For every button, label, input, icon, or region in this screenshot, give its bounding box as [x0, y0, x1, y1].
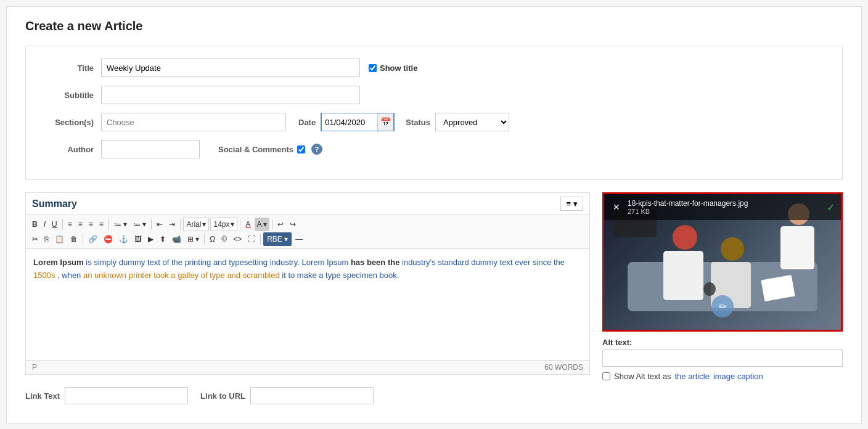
separator-7 — [83, 234, 83, 245]
date-input-wrapper: 📅 — [321, 113, 395, 131]
editor-tag: P — [32, 363, 37, 372]
title-label: Title — [38, 63, 94, 73]
unlink-button[interactable]: ⛔ — [101, 232, 115, 246]
underline-button[interactable]: U — [49, 218, 60, 231]
menu-chevron: ▾ — [573, 199, 578, 208]
title-row: Title Show title — [38, 59, 830, 77]
paste-button[interactable]: 📋 — [52, 232, 67, 246]
show-alt-text-1: Show Alt text as — [614, 372, 671, 381]
image-preview-wrapper: ✕ 18-kpis-that-matter-for-managers.jpg 2… — [602, 192, 843, 332]
show-alt-checkbox[interactable] — [602, 372, 610, 380]
ordered-list-button[interactable]: ≔ ▾ — [131, 218, 149, 231]
sections-input[interactable] — [101, 113, 286, 131]
indent-button[interactable]: ⇥ — [166, 218, 178, 231]
author-input[interactable] — [101, 140, 200, 158]
image-info-bar: ✕ 18-kpis-that-matter-for-managers.jpg 2… — [604, 194, 841, 220]
image-filename: 18-kpis-that-matter-for-managers.jpg — [628, 199, 748, 208]
social-comments-checkbox[interactable] — [297, 145, 305, 153]
redo-button[interactable]: ↪ — [287, 218, 298, 231]
separator-5 — [240, 219, 240, 230]
article-form: Title Show title Subtitle Section(s) Dat… — [25, 46, 843, 180]
content-blue-3: , when — [57, 271, 83, 280]
author-row: Author Social & Comments ? — [38, 140, 830, 158]
font-size-dropdown[interactable]: 14px ▾ — [210, 218, 237, 231]
show-title-group: Show title — [369, 63, 417, 73]
page-container: Create a new Article Title Show title Su… — [6, 6, 862, 423]
outdent-button[interactable]: ⇤ — [154, 218, 165, 231]
font-size-value: 14px — [213, 220, 229, 229]
link-row: Link Text Link to URL — [25, 387, 843, 404]
person-1-body — [663, 251, 703, 300]
font-family-dropdown[interactable]: Arial ▾ — [183, 218, 209, 231]
separator-6 — [272, 219, 272, 230]
copyright-button[interactable]: © — [219, 232, 229, 246]
content-orange-2: an unknown printer took a galley of type… — [83, 271, 280, 280]
unordered-list-button[interactable]: ≔ ▾ — [112, 218, 129, 231]
social-comments-label: Social & Comments — [218, 145, 293, 154]
summary-menu-button[interactable]: ≡ ▾ — [560, 197, 583, 211]
video-button[interactable]: 📹 — [170, 232, 184, 246]
image-close-button[interactable]: ✕ — [610, 201, 623, 213]
separator-3 — [151, 219, 152, 230]
align-justify-button[interactable]: ≡ — [97, 218, 106, 231]
link-url-group: Link to URL — [200, 387, 374, 404]
font-color-button[interactable]: A — [243, 218, 253, 231]
image-button[interactable]: 🖼 — [132, 232, 144, 246]
anchor-button[interactable]: ⚓ — [117, 232, 131, 246]
status-label: Status — [406, 118, 430, 127]
calendar-button[interactable]: 📅 — [377, 113, 393, 131]
link-text-input[interactable] — [65, 387, 188, 404]
social-comments-group: Social & Comments ? — [218, 144, 322, 155]
undo-button[interactable]: ↩ — [275, 218, 286, 231]
copy-button[interactable]: ⎘ — [42, 232, 51, 246]
content-bold-2: has been the — [351, 258, 399, 267]
link-url-input[interactable] — [250, 387, 374, 404]
italic-button[interactable]: I — [41, 218, 48, 231]
show-alt-link-1: the article — [675, 372, 710, 381]
align-center-button[interactable]: ≡ — [76, 218, 85, 231]
content-blue-1: is simply dummy text of the printing and… — [86, 258, 351, 267]
media-button[interactable]: ▶ — [145, 232, 156, 246]
subtitle-input[interactable] — [101, 86, 360, 104]
image-panel: ✕ 18-kpis-that-matter-for-managers.jpg 2… — [602, 192, 843, 381]
sections-label: Section(s) — [38, 118, 94, 127]
upload-button[interactable]: ⬆ — [157, 232, 168, 246]
rte-button[interactable]: RBE ▾ — [263, 232, 292, 246]
source-button[interactable]: <> — [231, 232, 244, 246]
link-text-label: Link Text — [25, 391, 60, 401]
fullscreen-button[interactable]: ⛶ — [245, 232, 258, 246]
image-check-icon: ✓ — [827, 202, 835, 213]
show-title-checkbox[interactable] — [369, 64, 377, 72]
hr-button[interactable]: — — [293, 232, 305, 246]
bg-color-button[interactable]: A ▾ — [255, 218, 270, 231]
edit-image-button[interactable]: ✏ — [711, 295, 734, 317]
separator-4 — [180, 219, 181, 230]
content-blue-4: it to make a type specimen book. — [282, 271, 399, 280]
status-select[interactable]: Approved Draft Pending — [435, 113, 509, 131]
cut-button[interactable]: ✂ — [30, 232, 41, 246]
date-input[interactable] — [322, 113, 377, 131]
link-button[interactable]: 🔗 — [86, 232, 100, 246]
person-1 — [663, 225, 706, 299]
content-blue-2: industry's standard dummy text ever sinc… — [402, 258, 565, 267]
editor-container: Summary ≡ ▾ B I U ≡ ≡ ≡ ≡ ≔ ▾ — [25, 192, 590, 375]
alt-text-input[interactable] — [602, 349, 843, 367]
title-input[interactable] — [101, 59, 360, 77]
align-left-button[interactable]: ≡ — [65, 218, 75, 231]
date-group: Date 📅 — [298, 113, 395, 131]
table-button[interactable]: ⊞ ▾ — [185, 232, 202, 246]
help-icon[interactable]: ? — [311, 144, 322, 155]
editor-content[interactable]: Lorem Ipsum is simply dummy text of the … — [26, 249, 589, 360]
special-char-button[interactable]: Ω — [207, 232, 218, 246]
image-preview: ✕ 18-kpis-that-matter-for-managers.jpg 2… — [604, 194, 841, 330]
subtitle-row: Subtitle — [38, 86, 830, 104]
person-2-head — [721, 237, 744, 261]
clear-format-button[interactable]: 🗑 — [68, 232, 80, 246]
date-label: Date — [298, 118, 316, 127]
image-filesize: 271 KB — [628, 208, 748, 215]
font-size-arrow: ▾ — [231, 220, 234, 229]
word-count: 60 WORDS — [544, 363, 583, 372]
bold-button[interactable]: B — [30, 218, 40, 231]
editor-footer: P 60 WORDS — [26, 360, 589, 374]
align-right-button[interactable]: ≡ — [86, 218, 96, 231]
